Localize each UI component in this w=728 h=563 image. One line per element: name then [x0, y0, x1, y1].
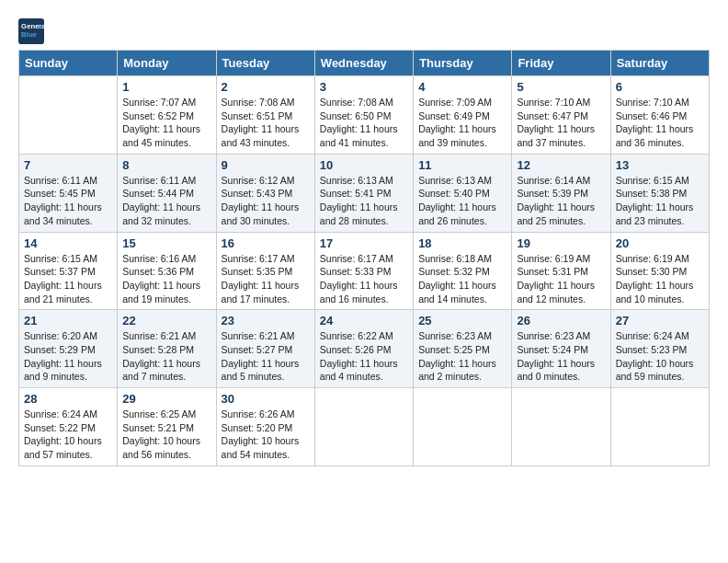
calendar-cell: 29Sunrise: 6:25 AMSunset: 5:21 PMDayligh…: [118, 388, 216, 466]
day-info: Sunrise: 6:18 AMSunset: 5:32 PMDaylight:…: [418, 252, 506, 306]
day-info: Sunrise: 7:10 AMSunset: 6:46 PMDaylight:…: [616, 96, 704, 150]
day-info: Sunrise: 6:19 AMSunset: 5:31 PMDaylight:…: [517, 252, 605, 306]
day-number: 7: [24, 158, 112, 172]
day-info: Sunrise: 6:15 AMSunset: 5:38 PMDaylight:…: [616, 174, 704, 228]
day-info: Sunrise: 7:08 AMSunset: 6:50 PMDaylight:…: [320, 96, 408, 150]
calendar-week-row: 1Sunrise: 7:07 AMSunset: 6:52 PMDaylight…: [19, 76, 710, 155]
day-number: 22: [122, 314, 210, 327]
day-number: 19: [517, 236, 605, 250]
day-number: 20: [616, 236, 704, 250]
day-info: Sunrise: 6:20 AMSunset: 5:29 PMDaylight:…: [24, 329, 112, 384]
calendar-cell: 3Sunrise: 7:08 AMSunset: 6:50 PMDaylight…: [314, 76, 413, 155]
day-info: Sunrise: 6:14 AMSunset: 5:39 PMDaylight:…: [517, 174, 605, 228]
day-info: Sunrise: 6:17 AMSunset: 5:33 PMDaylight:…: [320, 252, 408, 306]
day-info: Sunrise: 6:24 AMSunset: 5:22 PMDaylight:…: [24, 408, 112, 462]
calendar-cell: 20Sunrise: 6:19 AMSunset: 5:30 PMDayligh…: [610, 232, 709, 310]
day-info: Sunrise: 6:15 AMSunset: 5:37 PMDaylight:…: [24, 252, 112, 306]
day-number: 6: [616, 80, 704, 94]
calendar-cell: 7Sunrise: 6:11 AMSunset: 5:45 PMDaylight…: [19, 154, 118, 232]
day-info: Sunrise: 6:23 AMSunset: 5:24 PMDaylight:…: [517, 329, 605, 384]
calendar-cell: 19Sunrise: 6:19 AMSunset: 5:31 PMDayligh…: [512, 232, 610, 310]
calendar-cell: 6Sunrise: 7:10 AMSunset: 6:46 PMDaylight…: [610, 76, 709, 155]
calendar-week-row: 7Sunrise: 6:11 AMSunset: 5:45 PMDaylight…: [19, 154, 710, 232]
logo-icon: General Blue: [18, 18, 44, 44]
weekday-header-tuesday: Tuesday: [216, 51, 314, 76]
calendar-cell: 28Sunrise: 6:24 AMSunset: 5:22 PMDayligh…: [19, 388, 118, 466]
calendar-week-row: 28Sunrise: 6:24 AMSunset: 5:22 PMDayligh…: [19, 388, 710, 466]
day-info: Sunrise: 6:22 AMSunset: 5:26 PMDaylight:…: [320, 329, 408, 384]
day-number: 13: [616, 158, 704, 172]
calendar-cell: 5Sunrise: 7:10 AMSunset: 6:47 PMDaylight…: [512, 76, 610, 155]
day-info: Sunrise: 6:13 AMSunset: 5:41 PMDaylight:…: [320, 174, 408, 228]
calendar-cell: 21Sunrise: 6:20 AMSunset: 5:29 PMDayligh…: [19, 310, 118, 388]
day-number: 28: [24, 392, 112, 406]
day-number: 5: [517, 80, 605, 94]
day-number: 3: [320, 80, 408, 94]
day-number: 1: [122, 80, 210, 94]
day-number: 24: [320, 314, 408, 327]
day-info: Sunrise: 6:13 AMSunset: 5:40 PMDaylight:…: [418, 174, 506, 228]
header: General Blue: [18, 18, 710, 44]
day-info: Sunrise: 6:26 AMSunset: 5:20 PMDaylight:…: [222, 408, 310, 462]
day-number: 29: [122, 392, 210, 406]
calendar-header-row: SundayMondayTuesdayWednesdayThursdayFrid…: [19, 51, 710, 76]
weekday-header-sunday: Sunday: [19, 51, 118, 76]
calendar-cell: 1Sunrise: 7:07 AMSunset: 6:52 PMDaylight…: [118, 76, 216, 155]
day-info: Sunrise: 6:11 AMSunset: 5:45 PMDaylight:…: [24, 174, 112, 228]
day-info: Sunrise: 6:21 AMSunset: 5:28 PMDaylight:…: [122, 329, 210, 384]
day-info: Sunrise: 6:23 AMSunset: 5:25 PMDaylight:…: [418, 329, 506, 384]
day-info: Sunrise: 7:09 AMSunset: 6:49 PMDaylight:…: [418, 96, 506, 150]
weekday-header-thursday: Thursday: [414, 51, 512, 76]
calendar-table: SundayMondayTuesdayWednesdayThursdayFrid…: [18, 50, 710, 466]
weekday-header-monday: Monday: [118, 51, 216, 76]
calendar-cell: [610, 388, 709, 466]
calendar-cell: 12Sunrise: 6:14 AMSunset: 5:39 PMDayligh…: [512, 154, 610, 232]
calendar-cell: 13Sunrise: 6:15 AMSunset: 5:38 PMDayligh…: [610, 154, 709, 232]
calendar-cell: 10Sunrise: 6:13 AMSunset: 5:41 PMDayligh…: [314, 154, 413, 232]
day-number: 18: [418, 236, 506, 250]
day-number: 16: [222, 236, 310, 250]
calendar-cell: 4Sunrise: 7:09 AMSunset: 6:49 PMDaylight…: [414, 76, 512, 155]
calendar-cell: 16Sunrise: 6:17 AMSunset: 5:35 PMDayligh…: [216, 232, 314, 310]
calendar-cell: 26Sunrise: 6:23 AMSunset: 5:24 PMDayligh…: [512, 310, 610, 388]
day-number: 17: [320, 236, 408, 250]
calendar-cell: 22Sunrise: 6:21 AMSunset: 5:28 PMDayligh…: [118, 310, 216, 388]
day-number: 9: [222, 158, 310, 172]
calendar-cell: 15Sunrise: 6:16 AMSunset: 5:36 PMDayligh…: [118, 232, 216, 310]
logo: General Blue: [18, 18, 48, 44]
day-number: 23: [222, 314, 310, 327]
day-number: 26: [517, 314, 605, 327]
day-number: 30: [222, 392, 310, 406]
calendar-cell: 30Sunrise: 6:26 AMSunset: 5:20 PMDayligh…: [216, 388, 314, 466]
day-info: Sunrise: 6:12 AMSunset: 5:43 PMDaylight:…: [222, 174, 310, 228]
day-info: Sunrise: 7:08 AMSunset: 6:51 PMDaylight:…: [222, 96, 310, 150]
day-info: Sunrise: 7:10 AMSunset: 6:47 PMDaylight:…: [517, 96, 605, 150]
calendar-cell: [314, 388, 413, 466]
calendar-cell: [512, 388, 610, 466]
day-number: 4: [418, 80, 506, 94]
weekday-header-saturday: Saturday: [610, 51, 709, 76]
day-number: 27: [616, 314, 704, 327]
svg-text:General: General: [21, 22, 44, 30]
day-number: 14: [24, 236, 112, 250]
calendar-cell: 18Sunrise: 6:18 AMSunset: 5:32 PMDayligh…: [414, 232, 512, 310]
calendar-week-row: 14Sunrise: 6:15 AMSunset: 5:37 PMDayligh…: [19, 232, 710, 310]
calendar-cell: 9Sunrise: 6:12 AMSunset: 5:43 PMDaylight…: [216, 154, 314, 232]
calendar-cell: 8Sunrise: 6:11 AMSunset: 5:44 PMDaylight…: [118, 154, 216, 232]
day-number: 21: [24, 314, 112, 327]
day-info: Sunrise: 6:17 AMSunset: 5:35 PMDaylight:…: [222, 252, 310, 306]
calendar-cell: 17Sunrise: 6:17 AMSunset: 5:33 PMDayligh…: [314, 232, 413, 310]
day-number: 12: [517, 158, 605, 172]
calendar-cell: 25Sunrise: 6:23 AMSunset: 5:25 PMDayligh…: [414, 310, 512, 388]
day-number: 25: [418, 314, 506, 327]
weekday-header-friday: Friday: [512, 51, 610, 76]
calendar-cell: 27Sunrise: 6:24 AMSunset: 5:23 PMDayligh…: [610, 310, 709, 388]
day-info: Sunrise: 7:07 AMSunset: 6:52 PMDaylight:…: [122, 96, 210, 150]
weekday-header-wednesday: Wednesday: [314, 51, 413, 76]
calendar-cell: 11Sunrise: 6:13 AMSunset: 5:40 PMDayligh…: [414, 154, 512, 232]
day-info: Sunrise: 6:19 AMSunset: 5:30 PMDaylight:…: [616, 252, 704, 306]
day-number: 10: [320, 158, 408, 172]
calendar-cell: [19, 76, 118, 155]
day-number: 8: [122, 158, 210, 172]
day-info: Sunrise: 6:24 AMSunset: 5:23 PMDaylight:…: [616, 329, 704, 384]
